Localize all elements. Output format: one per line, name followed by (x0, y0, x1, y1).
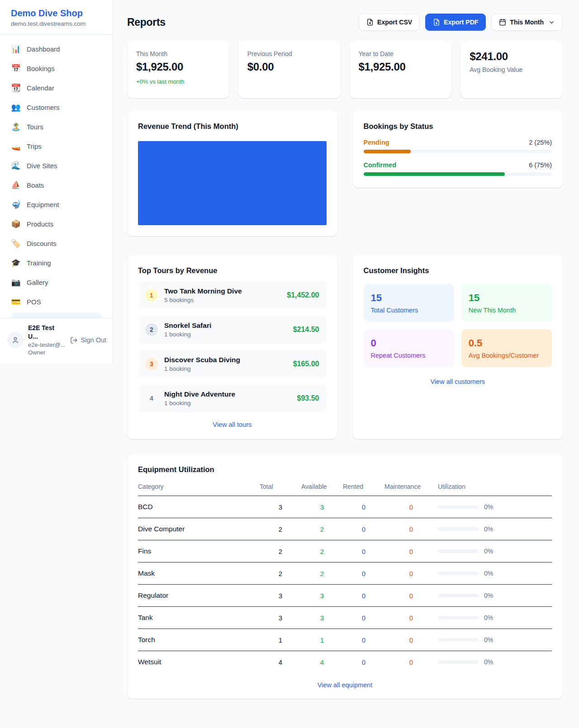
equipment-total: 2 (260, 540, 301, 563)
sidebar-item-boats[interactable]: ⛵ Boats (5, 175, 107, 195)
utilization-bar (438, 616, 479, 619)
revenue-trend-title: Revenue Trend (This Month) (138, 122, 327, 131)
equipment-total: 2 (260, 563, 301, 585)
export-csv-label: Export CSV (377, 19, 412, 26)
col-rented: Rented (343, 477, 384, 496)
sidebar-item-products[interactable]: 📦 Products (5, 214, 107, 234)
status-count: 2 (25%) (529, 139, 552, 146)
rank-badge: 2 (145, 323, 158, 336)
utilization-bar (438, 505, 479, 509)
stat-value: $1,925.00 (359, 61, 443, 73)
file-download-icon (433, 19, 440, 26)
tile-avg-bookings-customer: 0.5 Avg Bookings/Customer (461, 329, 552, 367)
sidebar-item-equipment[interactable]: 🤿 Equipment (5, 195, 107, 214)
stat-label: Year to Date (359, 50, 443, 57)
equipment-maintenance: 0 (384, 629, 438, 651)
view-all-customers-link[interactable]: View all customers (364, 378, 552, 385)
sidebar-item-dashboard[interactable]: 📊 Dashboard (5, 39, 107, 59)
utilization-bar (438, 549, 479, 553)
equipment-maintenance: 0 (384, 518, 438, 540)
sidebar-item-discounts[interactable]: 🏷️ Discounts (5, 234, 107, 253)
main-content: Reports Export CSV Export PDF This Month… (113, 0, 579, 726)
tour-name: Snorkel Safari (164, 321, 287, 330)
sidebar-item-trips[interactable]: 🚤 Trips (5, 137, 107, 156)
table-header-row: Category Total Available Rented Maintena… (138, 477, 552, 496)
period-dropdown[interactable]: This Month (491, 14, 563, 31)
tour-name: Two Tank Morning Dive (164, 287, 280, 295)
stat-card-previous-period: Previous Period $0.00 (238, 41, 341, 98)
tile-total-customers: 15 Total Customers (364, 284, 454, 322)
stat-value: $0.00 (247, 61, 332, 73)
wave-icon: 🌊 (11, 161, 21, 170)
utilization-percent: 0% (484, 525, 493, 533)
avatar (7, 332, 24, 348)
insights-row: Top Tours by Revenue 1 Two Tank Morning … (127, 255, 563, 439)
equipment-maintenance: 0 (384, 607, 438, 629)
view-all-tours-link[interactable]: View all tours (138, 421, 327, 428)
diving-mask-icon: 🤿 (11, 200, 21, 209)
stat-cards: This Month $1,925.00 +0% vs last month P… (127, 41, 563, 98)
utilization-bar (438, 572, 479, 575)
equipment-rented: 0 (343, 496, 384, 518)
export-csv-button[interactable]: Export CSV (359, 14, 420, 31)
col-total: Total (260, 477, 301, 496)
equipment-category: BCD (138, 496, 260, 518)
tour-revenue: $165.00 (293, 360, 319, 368)
page-header: Reports Export CSV Export PDF This Month (127, 14, 563, 31)
equipment-rented: 0 (343, 540, 384, 563)
page-title: Reports (127, 16, 166, 28)
status-label: Pending (364, 139, 389, 146)
equipment-category: Wetsuit (138, 651, 260, 673)
stat-label: This Month (136, 50, 220, 57)
tour-bookings: 1 booking (164, 365, 287, 372)
equipment-maintenance: 0 (384, 563, 438, 585)
sign-out-button[interactable]: Sign Out (70, 336, 106, 344)
export-pdf-button[interactable]: Export PDF (425, 14, 486, 31)
sign-out-label: Sign Out (81, 336, 106, 344)
dashboard-icon: 📊 (11, 44, 21, 54)
utilization-percent: 0% (484, 503, 493, 511)
sidebar-item-dive-sites[interactable]: 🌊 Dive Sites (5, 156, 107, 175)
equipment-available: 2 (301, 518, 343, 540)
sidebar-item-label: Boats (27, 181, 44, 189)
tour-bookings: 1 booking (164, 331, 287, 338)
shop-name[interactable]: Demo Dive Shop (11, 8, 102, 19)
equipment-utilization-card: Equipment Utilization Category Total Ava… (127, 454, 563, 699)
utilization-percent: 0% (484, 614, 493, 621)
sidebar-item-bookings[interactable]: 📅 Bookings (5, 59, 107, 78)
stat-card-year-to-date: Year to Date $1,925.00 (350, 41, 452, 98)
sidebar-item-customers[interactable]: 👥 Customers (5, 98, 107, 117)
utilization-bar (438, 638, 479, 642)
table-row: Wetsuit 4 4 0 0 0% (138, 651, 552, 673)
tour-bookings: 1 booking (164, 400, 291, 407)
equipment-rented: 0 (343, 629, 384, 651)
sidebar-item-training[interactable]: 🎓 Training (5, 253, 107, 273)
equipment-category: Dive Computer (138, 518, 260, 540)
tile-new-this-month: 15 New This Month (461, 284, 552, 322)
sidebar-item-label: Dive Sites (27, 162, 57, 170)
tile-label: Avg Bookings/Customer (469, 352, 545, 359)
sailboat-icon: ⛵ (11, 180, 21, 190)
equipment-available: 4 (301, 651, 343, 673)
sidebar-item-pos[interactable]: 💳 POS (5, 292, 107, 312)
tour-row: 1 Two Tank Morning Dive 5 bookings $1,45… (138, 281, 327, 309)
sidebar-item-label: Equipment (27, 201, 59, 208)
sidebar-item-tours[interactable]: 🏝️ Tours (5, 117, 107, 137)
equipment-total: 3 (260, 607, 301, 629)
charts-row: Revenue Trend (This Month) Bookings by S… (127, 111, 563, 236)
sidebar-item-calendar[interactable]: 📆 Calendar (5, 78, 107, 98)
table-row: Tank 3 3 0 0 0% (138, 607, 552, 629)
sidebar-item-reports-active-partial[interactable] (11, 312, 102, 318)
rank-badge: 4 (145, 392, 158, 405)
customer-insights-title: Customer Insights (364, 266, 552, 275)
file-download-icon (366, 19, 374, 26)
equipment-rented: 0 (343, 651, 384, 673)
status-row-confirmed: Confirmed 6 (75%) (364, 161, 552, 176)
tag-icon: 🏷️ (11, 239, 21, 248)
top-tours-card: Top Tours by Revenue 1 Two Tank Morning … (127, 255, 337, 439)
equipment-maintenance: 0 (384, 585, 438, 607)
stat-value: $1,925.00 (136, 61, 220, 73)
status-label: Confirmed (364, 161, 397, 169)
sidebar-item-gallery[interactable]: 📷 Gallery (5, 273, 107, 292)
view-all-equipment-link[interactable]: View all equipment (138, 681, 552, 689)
